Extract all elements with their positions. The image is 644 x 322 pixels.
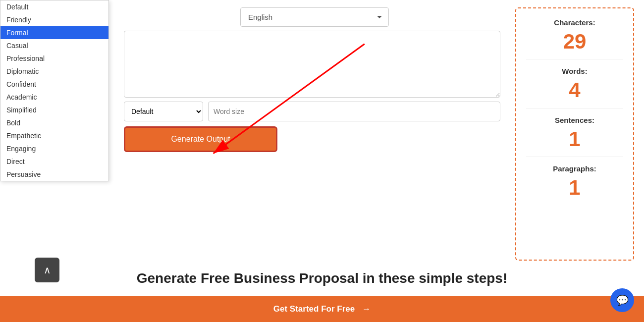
center-section: English Spanish French German: [124, 7, 505, 261]
characters-label: Characters:: [526, 18, 623, 27]
dropdown-item-engaging[interactable]: Engaging: [0, 142, 108, 155]
sentences-label: Sentences:: [526, 116, 623, 124]
footer-cta-text: Get Started For Free: [273, 304, 355, 314]
dropdown-item-persuasive[interactable]: Persuasive: [0, 168, 108, 181]
stat-divider-3: [526, 157, 623, 157]
top-section: Default Friendly Formal Casual Professio…: [0, 0, 644, 261]
chat-icon: 💬: [616, 294, 629, 306]
dropdown-item-formal[interactable]: Formal: [0, 26, 108, 39]
bottom-controls: Default Formal Casual: [124, 102, 500, 121]
words-label: Words:: [526, 67, 623, 75]
generate-button-wrapper: Generate Output: [124, 126, 505, 152]
bottom-section: Generate Free Business Proposal in these…: [0, 261, 644, 291]
footer-arrow-icon: →: [362, 304, 371, 314]
chat-button[interactable]: 💬: [610, 288, 634, 312]
dropdown-item-bold[interactable]: Bold: [0, 116, 108, 129]
language-row: English Spanish French German: [124, 7, 505, 27]
chevron-up-icon: ∧: [44, 264, 51, 276]
dropdown-item-professional[interactable]: Professional: [0, 52, 108, 65]
generate-output-button[interactable]: Generate Output: [124, 126, 277, 152]
dropdown-item-casual[interactable]: Casual: [0, 39, 108, 52]
main-textarea[interactable]: [124, 31, 500, 98]
language-select[interactable]: English Spanish French German: [240, 7, 389, 27]
dropdown-item-simplified[interactable]: Simplified: [0, 104, 108, 116]
dropdown-item-confident[interactable]: Confident: [0, 78, 108, 91]
bottom-heading: Generate Free Business Proposal in these…: [0, 270, 644, 286]
paragraphs-value: 1: [526, 175, 623, 200]
words-value: 4: [526, 78, 623, 103]
style-select[interactable]: Default Formal Casual: [124, 102, 203, 121]
stats-panel: Characters: 29 Words: 4 Sentences: 1 Par…: [515, 7, 634, 261]
page-layout: Default Friendly Formal Casual Professio…: [0, 0, 644, 322]
stat-divider-2: [526, 108, 623, 108]
dropdown-item-friendly[interactable]: Friendly: [0, 13, 108, 26]
sentences-value: 1: [526, 127, 623, 152]
stat-divider-1: [526, 59, 623, 59]
characters-value: 29: [526, 29, 623, 54]
dropdown-list: Default Friendly Formal Casual Professio…: [0, 0, 109, 181]
paragraphs-label: Paragraphs:: [526, 164, 623, 173]
dropdown-item-direct[interactable]: Direct: [0, 155, 108, 168]
word-size-input[interactable]: [208, 102, 500, 121]
dropdown-item-academic[interactable]: Academic: [0, 91, 108, 104]
footer-bar: Get Started For Free →: [0, 296, 644, 322]
dropdown-item-diplomatic[interactable]: Diplomatic: [0, 65, 108, 78]
dropdown-item-empathetic[interactable]: Empathetic: [0, 129, 108, 142]
dropdown-item-default[interactable]: Default: [0, 0, 108, 13]
tone-dropdown-menu: Default Friendly Formal Casual Professio…: [0, 0, 109, 181]
scroll-up-button[interactable]: ∧: [35, 258, 59, 282]
